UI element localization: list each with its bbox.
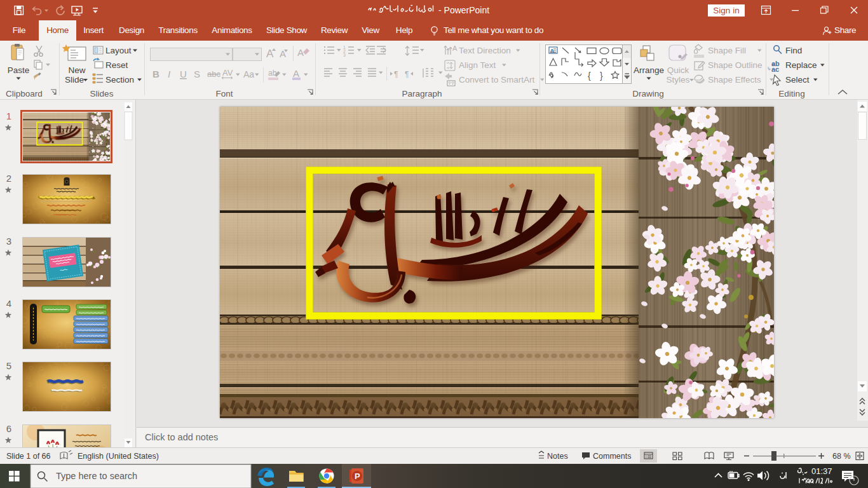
svg-text:Slides: Slides <box>90 89 114 98</box>
svg-text:A: A <box>452 44 458 52</box>
svg-text:Find: Find <box>785 46 802 55</box>
svg-text:Text Direction: Text Direction <box>459 46 511 55</box>
svg-text:I: I <box>168 69 170 79</box>
svg-text:3: 3 <box>6 236 11 247</box>
svg-text:Sign in: Sign in <box>713 6 739 15</box>
svg-text:Notes: Notes <box>547 452 568 461</box>
svg-text:Select: Select <box>785 75 810 85</box>
svg-text:A: A <box>293 68 299 79</box>
svg-text:{: { <box>588 71 591 81</box>
svg-text:Comments: Comments <box>593 452 631 461</box>
svg-text:Shape Effects: Shape Effects <box>708 75 761 85</box>
svg-text:U: U <box>180 69 187 79</box>
svg-text:¶: ¶ <box>405 70 409 79</box>
svg-text:S: S <box>194 69 200 79</box>
svg-text:P: P <box>355 471 360 481</box>
svg-text:AV: AV <box>222 68 233 78</box>
svg-text:ac: ac <box>771 65 779 73</box>
svg-text:Reset: Reset <box>105 60 128 70</box>
svg-text:Layout: Layout <box>105 46 132 55</box>
svg-text:4: 4 <box>6 298 11 309</box>
svg-text:New: New <box>68 65 85 75</box>
svg-text:B: B <box>153 69 159 79</box>
svg-text:Styles: Styles <box>667 75 690 85</box>
svg-text:Shape Outline: Shape Outline <box>708 60 763 70</box>
svg-text:Aa: Aa <box>243 69 254 79</box>
svg-text:Align Text: Align Text <box>459 60 496 70</box>
svg-text:Section: Section <box>105 75 134 85</box>
svg-text:Paragraph: Paragraph <box>402 89 442 98</box>
svg-text:2: 2 <box>6 173 11 184</box>
svg-text:Slide 1 of 66: Slide 1 of 66 <box>6 452 51 461</box>
svg-text:- PowerPoint: - PowerPoint <box>438 5 489 15</box>
svg-text:Drawing: Drawing <box>632 89 664 98</box>
svg-text:Arrange: Arrange <box>634 65 664 75</box>
svg-text:Editing: Editing <box>778 89 804 98</box>
svg-text:Paste: Paste <box>8 65 30 75</box>
svg-text:6: 6 <box>6 423 11 434</box>
svg-text:1: 1 <box>6 111 11 121</box>
svg-text:ab: ab <box>268 69 277 78</box>
svg-text:abc: abc <box>207 69 220 79</box>
svg-text:01:37: 01:37 <box>811 466 832 476</box>
svg-text:3: 3 <box>343 53 346 57</box>
svg-text:Type here to search: Type here to search <box>56 471 137 481</box>
svg-text:68 %: 68 % <box>832 452 851 461</box>
svg-text:}: } <box>600 71 603 81</box>
svg-text:Font: Font <box>215 89 233 98</box>
svg-text:A: A <box>266 48 274 60</box>
svg-text:Shape Fill: Shape Fill <box>708 46 746 55</box>
svg-text:Quick: Quick <box>667 65 689 75</box>
svg-text:Convert to SmartArt: Convert to SmartArt <box>459 75 535 85</box>
svg-text:5: 5 <box>6 360 11 371</box>
svg-text:Slide: Slide <box>65 75 84 85</box>
svg-text:Replace: Replace <box>785 60 817 70</box>
svg-text:Clipboard: Clipboard <box>6 89 43 98</box>
svg-text:A: A <box>297 47 304 58</box>
svg-text:¶: ¶ <box>394 70 398 79</box>
svg-text:English (United States): English (United States) <box>78 452 159 461</box>
